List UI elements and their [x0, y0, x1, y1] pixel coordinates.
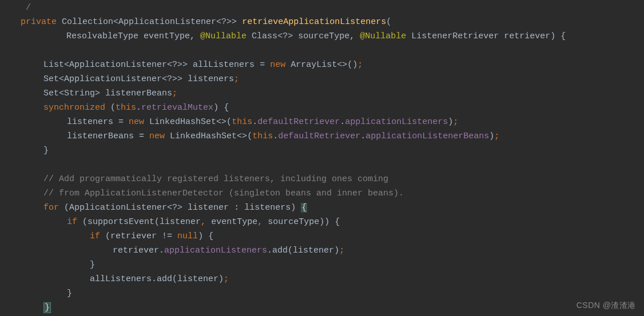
- type-collection: Collection: [62, 17, 113, 27]
- code-line: retriever.applicationListeners.add(liste…: [0, 243, 644, 258]
- code-line: listenerBeans = new LinkedHashSet<>(this…: [0, 129, 644, 143]
- keyword-if: if: [67, 217, 77, 227]
- code-line: if (retriever != null) {: [0, 229, 644, 243]
- keyword-null: null: [177, 231, 198, 241]
- keyword-new: new: [270, 60, 285, 70]
- code-line: synchronized (this.retrievalMutex) {: [0, 101, 644, 115]
- annotation-nullable: @Nullable: [200, 31, 247, 41]
- keyword-synchronized: synchronized: [43, 103, 105, 113]
- cursor-brace: }: [43, 302, 51, 313]
- comment: // Add programmatically registered liste…: [43, 174, 388, 184]
- keyword-private: private: [21, 17, 57, 27]
- code-line: }: [0, 301, 644, 315]
- watermark: CSDN @渣渣港: [577, 298, 636, 313]
- code-line: for (ApplicationListener<?> listener : l…: [0, 201, 644, 215]
- keyword-this: this: [116, 103, 136, 113]
- code-line: List<ApplicationListener<?>> allListener…: [0, 58, 644, 72]
- type-applistener: ApplicationListener: [118, 17, 216, 27]
- blank-line: [0, 43, 644, 58]
- code-line: }: [0, 258, 644, 272]
- code-line: Set<String> listenerBeans;: [0, 86, 644, 101]
- code-line: if (supportsEvent(listener, eventType, s…: [0, 215, 644, 229]
- method-name: retrieveApplicationListeners: [242, 17, 386, 27]
- code-line: ResolvableType eventType, @Nullable Clas…: [0, 29, 644, 43]
- annotation-nullable: @Nullable: [360, 31, 406, 41]
- comment: // from ApplicationListenerDetector (sin…: [43, 189, 404, 198]
- code-line: // Add programmatically registered liste…: [0, 172, 644, 186]
- code-line: Set<ApplicationListener<?>> listeners;: [0, 72, 644, 86]
- code-editor[interactable]: / private Collection<ApplicationListener…: [0, 0, 644, 315]
- code-line: private Collection<ApplicationListener<?…: [0, 15, 644, 29]
- comment-text: /: [21, 3, 31, 13]
- code-line: /: [0, 1, 644, 15]
- code-line: allListeners.add(listener);: [0, 272, 644, 286]
- code-line: // from ApplicationListenerDetector (sin…: [0, 186, 644, 201]
- matching-brace: {: [301, 203, 307, 213]
- type-resolvabletype: ResolvableType: [66, 31, 138, 41]
- blank-line: [0, 158, 644, 172]
- field-retrievalmutex: retrievalMutex: [141, 103, 213, 113]
- keyword-for: for: [43, 203, 59, 213]
- code-line: listeners = new LinkedHashSet<>(this.def…: [0, 115, 644, 129]
- code-line: }: [0, 143, 644, 158]
- code-line: }: [0, 286, 644, 301]
